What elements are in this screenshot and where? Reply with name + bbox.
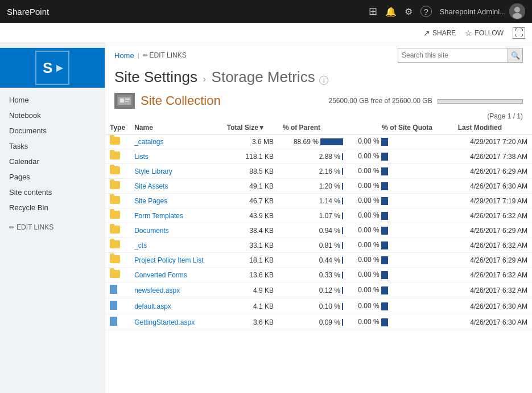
quota-bar-icon[interactable] [381, 167, 388, 175]
quota-percent-value: 0.00 % [358, 302, 379, 310]
cell-name[interactable]: Site Pages [130, 194, 222, 208]
row-name-link[interactable]: GettingStarted.aspx [134, 318, 195, 326]
sidebar-item-pages[interactable]: Pages [0, 169, 105, 185]
pagination-label: (Page 1 / 1) [487, 112, 523, 120]
row-name-link[interactable]: _cts [134, 241, 147, 249]
col-header-modified[interactable]: Last Modified [453, 121, 532, 134]
help-icon[interactable]: ? [420, 6, 432, 17]
share-button[interactable]: ↗ SHARE [423, 28, 456, 38]
cell-name[interactable]: Lists [130, 149, 222, 164]
folder-icon [110, 196, 120, 204]
cell-quota-percent: 0.00 % [348, 238, 453, 253]
parent-percent-value: 2.88 % [319, 153, 340, 161]
svg-rect-10 [125, 101, 129, 102]
sidebar-item-site-contents[interactable]: Site contents [0, 185, 105, 200]
bell-icon[interactable]: 🔔 [385, 6, 397, 17]
cell-type [105, 314, 130, 330]
cell-modified: 4/29/2017 7:19 AM [453, 194, 532, 208]
quota-bar-icon[interactable] [381, 256, 388, 264]
col-header-size[interactable]: Total Size▼ [222, 121, 278, 134]
cell-name[interactable]: default.aspx [130, 298, 222, 314]
cell-name[interactable]: Converted Forms [130, 268, 222, 283]
content-area: Home | ✏ EDIT LINKS 🔍 Site Settings › St… [105, 43, 532, 393]
breadcrumb-separator: | [138, 52, 139, 59]
top-nav-icons: ⊞ 🔔 ⚙ ? Sharepoint Admini... [369, 3, 525, 19]
row-name-link[interactable]: Site Assets [134, 182, 168, 190]
sidebar-item-tasks[interactable]: Tasks [0, 138, 105, 154]
row-name-link[interactable]: Style Library [134, 167, 172, 175]
apps-icon[interactable]: ⊞ [369, 5, 377, 18]
sidebar-edit-links[interactable]: ✏ EDIT LINKS [0, 220, 105, 235]
cell-size: 49.1 KB [222, 179, 278, 194]
cell-modified: 4/26/2017 6:30 AM [453, 298, 532, 314]
star-icon: ☆ [465, 28, 472, 38]
table-body: _catalogs3.6 MB88.69 % 0.00 % 4/29/2017 … [105, 134, 532, 330]
quota-bar-icon[interactable] [381, 302, 388, 310]
cell-parent-percent: 1.20 % [278, 179, 348, 194]
cell-name[interactable]: _catalogs [130, 134, 222, 149]
cell-name[interactable]: Site Assets [130, 179, 222, 194]
quota-bar-icon[interactable] [381, 286, 388, 294]
quota-bar-icon[interactable] [381, 212, 388, 220]
quota-bar-icon[interactable] [381, 241, 388, 249]
quota-bar-icon[interactable] [381, 318, 388, 326]
row-name-link[interactable]: Site Pages [134, 197, 167, 205]
sidebar-item-calendar[interactable]: Calendar [0, 154, 105, 169]
row-name-link[interactable]: Converted Forms [134, 271, 187, 279]
cell-name[interactable]: GettingStarted.aspx [130, 314, 222, 330]
cell-quota-percent: 0.00 % [348, 298, 453, 314]
search-input[interactable] [398, 50, 508, 60]
row-name-link[interactable]: Project Policy Item List [134, 256, 203, 264]
row-name-link[interactable]: newsfeed.aspx [134, 286, 180, 294]
info-icon[interactable]: i [319, 76, 328, 85]
sidebar-item-notebook[interactable]: Notebook [0, 108, 105, 123]
row-name-link[interactable]: default.aspx [134, 302, 171, 310]
sidebar-item-recycle-bin[interactable]: Recycle Bin [0, 200, 105, 215]
table-row: Lists118.1 KB2.88 % 0.00 % 4/26/2017 7:3… [105, 149, 532, 164]
breadcrumb-edit-links[interactable]: ✏ EDIT LINKS [143, 51, 187, 59]
user-menu[interactable]: Sharepoint Admini... [440, 3, 525, 19]
app-brand: SharePoint [7, 7, 369, 17]
search-button[interactable]: 🔍 [508, 48, 522, 62]
parent-bar [342, 303, 343, 310]
row-name-link[interactable]: Lists [134, 153, 149, 161]
quota-bar-icon[interactable] [381, 271, 388, 279]
cell-name[interactable]: Form Templates [130, 208, 222, 223]
cell-name[interactable]: Style Library [130, 164, 222, 179]
main-layout: S Home Notebook Documents Tasks Calendar… [0, 43, 532, 393]
cell-quota-percent: 0.00 % [348, 179, 453, 194]
quota-bar-icon[interactable] [381, 153, 388, 161]
cell-parent-percent: 0.94 % [278, 223, 348, 238]
col-header-name[interactable]: Name [130, 121, 222, 134]
col-header-parent[interactable]: % of Parent [278, 121, 348, 134]
folder-icon [110, 270, 120, 278]
cell-type [105, 238, 130, 253]
cell-name[interactable]: _cts [130, 238, 222, 253]
follow-button[interactable]: ☆ FOLLOW [465, 28, 504, 38]
table-row: Project Policy Item List18.1 KB0.44 % 0.… [105, 253, 532, 268]
cell-name[interactable]: Documents [130, 223, 222, 238]
cell-modified: 4/26/2017 6:29 AM [453, 253, 532, 268]
col-header-quota[interactable]: % of Site Quota [348, 121, 453, 134]
cell-name[interactable]: newsfeed.aspx [130, 283, 222, 298]
cell-name[interactable]: Project Policy Item List [130, 253, 222, 268]
quota-percent-value: 0.00 % [358, 226, 379, 234]
row-name-link[interactable]: Documents [134, 227, 169, 235]
quota-bar-icon[interactable] [381, 182, 388, 190]
breadcrumb-home[interactable]: Home [114, 51, 134, 60]
fullscreen-button[interactable]: ⛶ [513, 27, 525, 39]
quota-percent-value: 0.00 % [358, 182, 379, 190]
sidebar-item-documents[interactable]: Documents [0, 123, 105, 138]
avatar[interactable] [509, 3, 525, 19]
sidebar-item-home[interactable]: Home [0, 92, 105, 108]
row-name-link[interactable]: _catalogs [134, 138, 163, 146]
quota-bar-icon[interactable] [381, 197, 388, 205]
storage-info: 25600.00 GB free of 25600.00 GB [329, 97, 523, 105]
cell-type [105, 149, 130, 164]
row-name-link[interactable]: Form Templates [134, 212, 183, 220]
quota-bar-icon[interactable] [381, 138, 388, 146]
quota-bar-icon[interactable] [381, 227, 388, 235]
cell-quota-percent: 0.00 % [348, 314, 453, 330]
cell-size: 88.5 KB [222, 164, 278, 179]
settings-icon[interactable]: ⚙ [405, 6, 413, 17]
